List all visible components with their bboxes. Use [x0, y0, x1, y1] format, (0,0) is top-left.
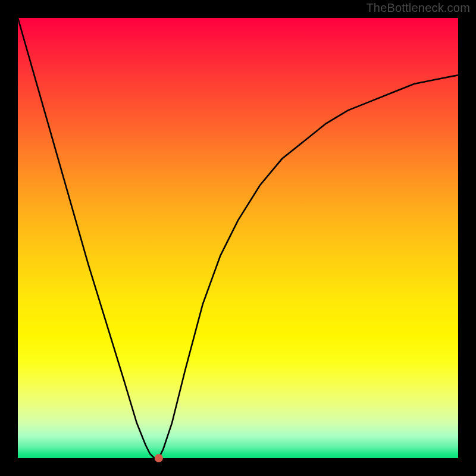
bottleneck-curve	[18, 18, 458, 458]
plot-area	[18, 18, 458, 458]
curve-svg	[18, 18, 458, 458]
watermark-text: TheBottleneck.com	[366, 1, 470, 15]
marker-dot	[155, 454, 163, 462]
chart-frame: TheBottleneck.com	[0, 0, 476, 476]
